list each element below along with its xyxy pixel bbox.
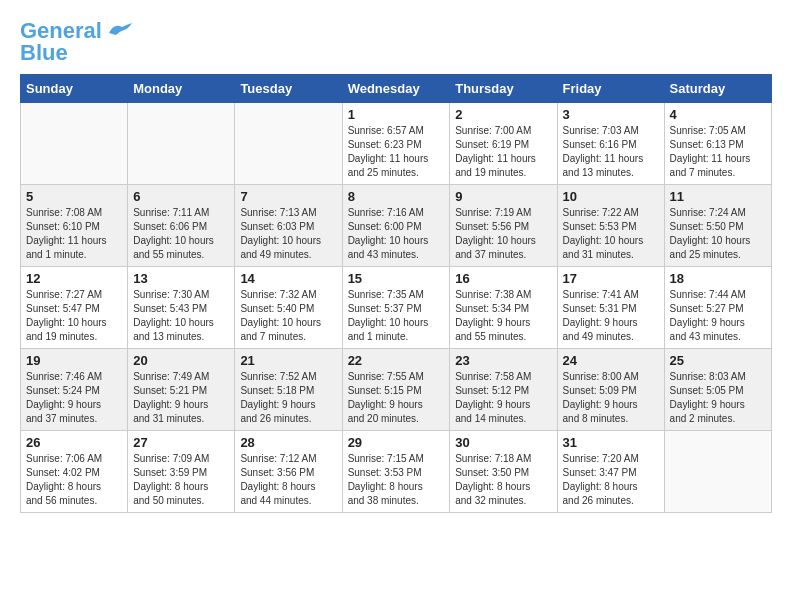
- day-number: 1: [348, 107, 445, 122]
- weekday-header-thursday: Thursday: [450, 75, 557, 103]
- day-number: 16: [455, 271, 551, 286]
- day-info: Sunrise: 7:15 AM Sunset: 3:53 PM Dayligh…: [348, 452, 445, 508]
- calendar-cell: 26Sunrise: 7:06 AM Sunset: 4:02 PM Dayli…: [21, 431, 128, 513]
- day-number: 14: [240, 271, 336, 286]
- day-info: Sunrise: 7:49 AM Sunset: 5:21 PM Dayligh…: [133, 370, 229, 426]
- calendar-cell: 11Sunrise: 7:24 AM Sunset: 5:50 PM Dayli…: [664, 185, 771, 267]
- day-info: Sunrise: 7:46 AM Sunset: 5:24 PM Dayligh…: [26, 370, 122, 426]
- day-number: 13: [133, 271, 229, 286]
- day-number: 6: [133, 189, 229, 204]
- day-info: Sunrise: 7:32 AM Sunset: 5:40 PM Dayligh…: [240, 288, 336, 344]
- day-info: Sunrise: 7:24 AM Sunset: 5:50 PM Dayligh…: [670, 206, 766, 262]
- calendar-cell: 23Sunrise: 7:58 AM Sunset: 5:12 PM Dayli…: [450, 349, 557, 431]
- day-info: Sunrise: 7:05 AM Sunset: 6:13 PM Dayligh…: [670, 124, 766, 180]
- logo-blue: Blue: [20, 40, 68, 65]
- weekday-header-tuesday: Tuesday: [235, 75, 342, 103]
- day-number: 24: [563, 353, 659, 368]
- logo-bird-icon: [104, 21, 134, 46]
- day-number: 15: [348, 271, 445, 286]
- calendar-cell: 30Sunrise: 7:18 AM Sunset: 3:50 PM Dayli…: [450, 431, 557, 513]
- calendar-cell: 1Sunrise: 6:57 AM Sunset: 6:23 PM Daylig…: [342, 103, 450, 185]
- day-number: 30: [455, 435, 551, 450]
- calendar-cell: [21, 103, 128, 185]
- day-info: Sunrise: 7:58 AM Sunset: 5:12 PM Dayligh…: [455, 370, 551, 426]
- day-info: Sunrise: 7:13 AM Sunset: 6:03 PM Dayligh…: [240, 206, 336, 262]
- calendar-cell: 4Sunrise: 7:05 AM Sunset: 6:13 PM Daylig…: [664, 103, 771, 185]
- calendar-cell: 16Sunrise: 7:38 AM Sunset: 5:34 PM Dayli…: [450, 267, 557, 349]
- day-info: Sunrise: 7:03 AM Sunset: 6:16 PM Dayligh…: [563, 124, 659, 180]
- calendar-cell: 13Sunrise: 7:30 AM Sunset: 5:43 PM Dayli…: [128, 267, 235, 349]
- day-info: Sunrise: 8:00 AM Sunset: 5:09 PM Dayligh…: [563, 370, 659, 426]
- day-info: Sunrise: 7:06 AM Sunset: 4:02 PM Dayligh…: [26, 452, 122, 508]
- calendar-week-row: 1Sunrise: 6:57 AM Sunset: 6:23 PM Daylig…: [21, 103, 772, 185]
- weekday-header-monday: Monday: [128, 75, 235, 103]
- day-info: Sunrise: 6:57 AM Sunset: 6:23 PM Dayligh…: [348, 124, 445, 180]
- calendar-cell: 22Sunrise: 7:55 AM Sunset: 5:15 PM Dayli…: [342, 349, 450, 431]
- day-number: 3: [563, 107, 659, 122]
- day-number: 19: [26, 353, 122, 368]
- calendar-cell: 15Sunrise: 7:35 AM Sunset: 5:37 PM Dayli…: [342, 267, 450, 349]
- calendar-cell: 31Sunrise: 7:20 AM Sunset: 3:47 PM Dayli…: [557, 431, 664, 513]
- calendar-cell: 18Sunrise: 7:44 AM Sunset: 5:27 PM Dayli…: [664, 267, 771, 349]
- calendar-cell: 2Sunrise: 7:00 AM Sunset: 6:19 PM Daylig…: [450, 103, 557, 185]
- calendar-cell: 14Sunrise: 7:32 AM Sunset: 5:40 PM Dayli…: [235, 267, 342, 349]
- day-info: Sunrise: 7:52 AM Sunset: 5:18 PM Dayligh…: [240, 370, 336, 426]
- page-header: General Blue: [20, 20, 772, 64]
- calendar-header-row: SundayMondayTuesdayWednesdayThursdayFrid…: [21, 75, 772, 103]
- day-number: 25: [670, 353, 766, 368]
- day-info: Sunrise: 7:44 AM Sunset: 5:27 PM Dayligh…: [670, 288, 766, 344]
- day-number: 27: [133, 435, 229, 450]
- calendar-cell: 8Sunrise: 7:16 AM Sunset: 6:00 PM Daylig…: [342, 185, 450, 267]
- day-number: 28: [240, 435, 336, 450]
- calendar-cell: 5Sunrise: 7:08 AM Sunset: 6:10 PM Daylig…: [21, 185, 128, 267]
- day-number: 9: [455, 189, 551, 204]
- calendar-cell: [664, 431, 771, 513]
- day-number: 8: [348, 189, 445, 204]
- day-number: 22: [348, 353, 445, 368]
- calendar-cell: 17Sunrise: 7:41 AM Sunset: 5:31 PM Dayli…: [557, 267, 664, 349]
- day-info: Sunrise: 7:11 AM Sunset: 6:06 PM Dayligh…: [133, 206, 229, 262]
- calendar-week-row: 12Sunrise: 7:27 AM Sunset: 5:47 PM Dayli…: [21, 267, 772, 349]
- day-info: Sunrise: 7:22 AM Sunset: 5:53 PM Dayligh…: [563, 206, 659, 262]
- calendar-cell: 9Sunrise: 7:19 AM Sunset: 5:56 PM Daylig…: [450, 185, 557, 267]
- day-info: Sunrise: 7:35 AM Sunset: 5:37 PM Dayligh…: [348, 288, 445, 344]
- day-info: Sunrise: 7:08 AM Sunset: 6:10 PM Dayligh…: [26, 206, 122, 262]
- day-number: 29: [348, 435, 445, 450]
- day-number: 12: [26, 271, 122, 286]
- calendar-cell: 28Sunrise: 7:12 AM Sunset: 3:56 PM Dayli…: [235, 431, 342, 513]
- calendar-cell: 6Sunrise: 7:11 AM Sunset: 6:06 PM Daylig…: [128, 185, 235, 267]
- day-info: Sunrise: 8:03 AM Sunset: 5:05 PM Dayligh…: [670, 370, 766, 426]
- day-info: Sunrise: 7:16 AM Sunset: 6:00 PM Dayligh…: [348, 206, 445, 262]
- calendar-cell: 27Sunrise: 7:09 AM Sunset: 3:59 PM Dayli…: [128, 431, 235, 513]
- calendar-cell: 20Sunrise: 7:49 AM Sunset: 5:21 PM Dayli…: [128, 349, 235, 431]
- day-info: Sunrise: 7:00 AM Sunset: 6:19 PM Dayligh…: [455, 124, 551, 180]
- calendar-cell: 10Sunrise: 7:22 AM Sunset: 5:53 PM Dayli…: [557, 185, 664, 267]
- day-number: 21: [240, 353, 336, 368]
- day-number: 17: [563, 271, 659, 286]
- calendar-cell: [235, 103, 342, 185]
- day-number: 5: [26, 189, 122, 204]
- day-number: 23: [455, 353, 551, 368]
- calendar-week-row: 26Sunrise: 7:06 AM Sunset: 4:02 PM Dayli…: [21, 431, 772, 513]
- day-number: 7: [240, 189, 336, 204]
- calendar-cell: 29Sunrise: 7:15 AM Sunset: 3:53 PM Dayli…: [342, 431, 450, 513]
- day-info: Sunrise: 7:18 AM Sunset: 3:50 PM Dayligh…: [455, 452, 551, 508]
- calendar-week-row: 19Sunrise: 7:46 AM Sunset: 5:24 PM Dayli…: [21, 349, 772, 431]
- day-info: Sunrise: 7:12 AM Sunset: 3:56 PM Dayligh…: [240, 452, 336, 508]
- weekday-header-friday: Friday: [557, 75, 664, 103]
- calendar-cell: 19Sunrise: 7:46 AM Sunset: 5:24 PM Dayli…: [21, 349, 128, 431]
- weekday-header-saturday: Saturday: [664, 75, 771, 103]
- weekday-header-sunday: Sunday: [21, 75, 128, 103]
- day-number: 11: [670, 189, 766, 204]
- weekday-header-wednesday: Wednesday: [342, 75, 450, 103]
- day-info: Sunrise: 7:41 AM Sunset: 5:31 PM Dayligh…: [563, 288, 659, 344]
- calendar-cell: 7Sunrise: 7:13 AM Sunset: 6:03 PM Daylig…: [235, 185, 342, 267]
- day-number: 18: [670, 271, 766, 286]
- day-number: 26: [26, 435, 122, 450]
- day-number: 4: [670, 107, 766, 122]
- day-number: 10: [563, 189, 659, 204]
- day-info: Sunrise: 7:38 AM Sunset: 5:34 PM Dayligh…: [455, 288, 551, 344]
- day-number: 31: [563, 435, 659, 450]
- day-number: 2: [455, 107, 551, 122]
- day-info: Sunrise: 7:30 AM Sunset: 5:43 PM Dayligh…: [133, 288, 229, 344]
